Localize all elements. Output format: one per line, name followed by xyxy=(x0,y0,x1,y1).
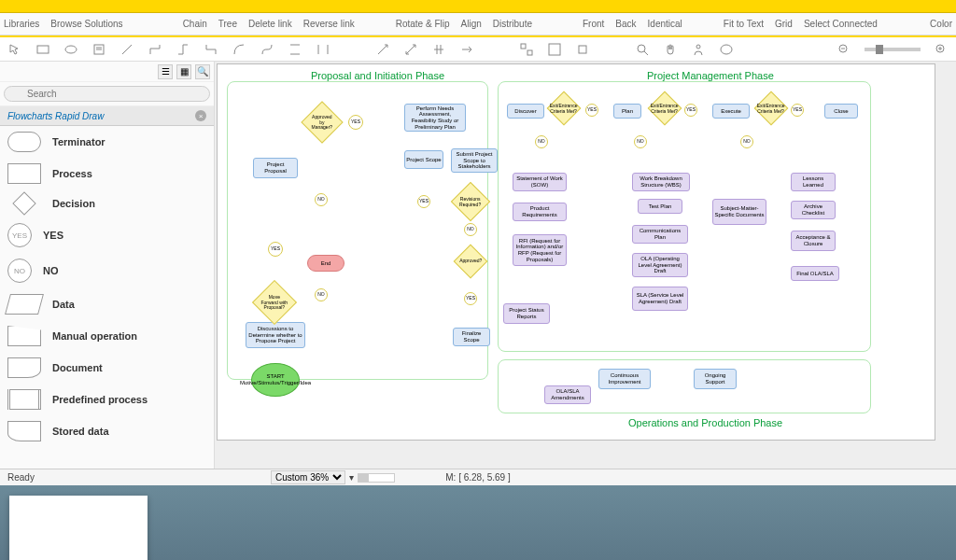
node-scope[interactable]: Project Scope xyxy=(404,150,443,169)
connector8-icon[interactable] xyxy=(316,42,330,57)
shape-item-stored[interactable]: Stored data xyxy=(0,415,214,447)
node-sow[interactable]: Statement of Work (SOW) xyxy=(513,173,567,191)
arrow4-icon[interactable] xyxy=(459,42,474,57)
node-proposal[interactable]: Project Proposal xyxy=(253,158,298,178)
node-ola[interactable]: OLA (Operating Level Agreement) Draft xyxy=(632,253,688,277)
zoom-select[interactable]: Custom 36% xyxy=(271,470,345,484)
zoom-out-icon[interactable] xyxy=(836,42,851,57)
shape-item-decision[interactable]: Decision xyxy=(0,189,214,217)
canvas-wrap[interactable]: Proposal and Initiation Phase Project Ma… xyxy=(215,62,956,469)
zoom-in-icon[interactable] xyxy=(934,42,949,57)
ellipse-tool-icon[interactable] xyxy=(63,42,78,57)
node-execute[interactable]: Execute xyxy=(712,104,750,119)
page-thumbnail[interactable] xyxy=(9,496,148,560)
toolbar-back[interactable]: Back xyxy=(615,19,636,29)
shape-item-process[interactable]: Process xyxy=(0,158,214,189)
connector7-icon[interactable] xyxy=(288,42,302,57)
node-commplan[interactable]: Communications Plan xyxy=(632,225,688,244)
hand-icon[interactable] xyxy=(663,42,678,57)
user-icon[interactable] xyxy=(691,42,706,57)
node-end[interactable]: End xyxy=(307,255,344,272)
node-yes3[interactable]: YES xyxy=(464,292,477,305)
node-contimprove[interactable]: Continuous Improvement xyxy=(598,369,651,389)
toolbar-distribute[interactable]: Distribute xyxy=(493,19,532,29)
shape-item-data[interactable]: Data xyxy=(0,288,214,320)
node-status[interactable]: Project Status Reports xyxy=(503,303,550,324)
node-support[interactable]: Ongoing Support xyxy=(694,369,737,389)
text-tool-icon[interactable] xyxy=(91,42,106,57)
arrow2-icon[interactable] xyxy=(403,42,418,57)
node-prodreq[interactable]: Product Requirements xyxy=(513,203,567,221)
node-submit[interactable]: Submit Project Scope to Stakeholders xyxy=(451,148,498,173)
node-yes2[interactable]: YES xyxy=(348,115,363,130)
node-yes4[interactable]: YES xyxy=(417,195,430,208)
palette-header[interactable]: Flowcharts Rapid Draw × xyxy=(0,106,214,126)
pointer-icon[interactable] xyxy=(7,42,22,57)
toolbar-grid[interactable]: Grid xyxy=(775,19,793,29)
node-finalize[interactable]: Finalize Scope xyxy=(453,328,490,346)
group2-icon[interactable] xyxy=(547,42,562,57)
arrow3-icon[interactable] xyxy=(431,42,446,57)
toolbar-identical[interactable]: Identical xyxy=(648,19,682,29)
node-wbs[interactable]: Work Breakdown Structure (WBS) xyxy=(632,173,690,191)
group1-icon[interactable] xyxy=(519,42,534,57)
node-sla[interactable]: SLA (Service Level Agreement) Draft xyxy=(632,287,688,311)
shape-item-yes[interactable]: YESYES xyxy=(0,217,214,253)
node-yes7[interactable]: YES xyxy=(791,104,804,117)
toolbar-align[interactable]: Align xyxy=(461,19,482,29)
arrow1-icon[interactable] xyxy=(375,42,390,57)
toolbar-delete-link[interactable]: Delete link xyxy=(248,19,292,29)
toolbar-fit-text[interactable]: Fit to Text xyxy=(724,19,764,29)
toolbar-chain[interactable]: Chain xyxy=(183,19,207,29)
shape-item-no[interactable]: NONO xyxy=(0,253,214,288)
node-no5[interactable]: NO xyxy=(634,135,647,148)
toolbar-libraries[interactable]: Libraries xyxy=(4,19,39,29)
connector4-icon[interactable] xyxy=(204,42,218,57)
shape-item-manual[interactable]: Manual operation xyxy=(0,320,214,352)
connector1-icon[interactable] xyxy=(120,42,134,57)
node-sme[interactable]: Subject-Matter-Specific Documents xyxy=(712,199,766,225)
node-start[interactable]: START Motive/Stimulus/Trigger/Idea xyxy=(251,363,300,397)
zoom-slider[interactable] xyxy=(865,48,921,51)
palette-icon[interactable] xyxy=(719,42,734,57)
node-needs[interactable]: Perform Needs Assessment, Feasibility St… xyxy=(404,104,466,132)
node-acceptance[interactable]: Acceptance & Closure xyxy=(791,231,836,251)
zoom-icon[interactable] xyxy=(635,42,650,57)
group3-icon[interactable] xyxy=(575,42,590,57)
view-list-icon[interactable]: ☰ xyxy=(158,64,173,79)
node-discover[interactable]: Discover xyxy=(507,104,544,119)
toolbar-front[interactable]: Front xyxy=(583,19,604,29)
node-lessons[interactable]: Lessons Learned xyxy=(791,173,836,191)
connector3-icon[interactable] xyxy=(176,42,190,57)
node-close[interactable]: Close xyxy=(824,104,858,119)
node-yes5[interactable]: YES xyxy=(585,104,598,117)
canvas[interactable]: Proposal and Initiation Phase Project Ma… xyxy=(217,63,935,441)
palette-close-icon[interactable]: × xyxy=(195,110,206,121)
connector2-icon[interactable] xyxy=(148,42,162,57)
node-amendments[interactable]: OLA/SLA Amendments xyxy=(544,385,591,404)
connector6-icon[interactable] xyxy=(260,42,274,57)
zoom-slider-status[interactable] xyxy=(358,473,395,483)
node-finalola[interactable]: Final OLA/SLA xyxy=(791,266,839,281)
rect-tool-icon[interactable] xyxy=(35,42,50,57)
node-rfi[interactable]: RFI (Request for Information) and/or RFP… xyxy=(513,234,567,266)
node-no6[interactable]: NO xyxy=(740,135,753,148)
toolbar-select-connected[interactable]: Select Connected xyxy=(804,19,878,29)
shape-item-document[interactable]: Document xyxy=(0,352,214,384)
view-grid-icon[interactable]: ▦ xyxy=(176,64,191,79)
toolbar-reverse-link[interactable]: Reverse link xyxy=(303,19,355,29)
node-discuss[interactable]: Discussions to Determine whether to Prop… xyxy=(246,322,305,348)
toolbar-browse[interactable]: Browse Solutions xyxy=(50,19,122,29)
node-testplan[interactable]: Test Plan xyxy=(638,199,682,214)
node-plan[interactable]: Plan xyxy=(613,104,641,119)
node-yes1[interactable]: YES xyxy=(268,242,283,257)
toolbar-rotate-flip[interactable]: Rotate & Flip xyxy=(396,19,450,29)
node-no3[interactable]: NO xyxy=(315,288,328,301)
node-no2[interactable]: NO xyxy=(315,193,328,206)
node-yes6[interactable]: YES xyxy=(684,104,697,117)
zoom-selector[interactable]: Custom 36% ▾ xyxy=(271,470,395,484)
node-no4[interactable]: NO xyxy=(535,135,548,148)
search-toggle-icon[interactable]: 🔍 xyxy=(195,64,210,79)
node-no1[interactable]: NO xyxy=(464,223,477,236)
node-archive[interactable]: Archive Checklist xyxy=(791,201,836,219)
